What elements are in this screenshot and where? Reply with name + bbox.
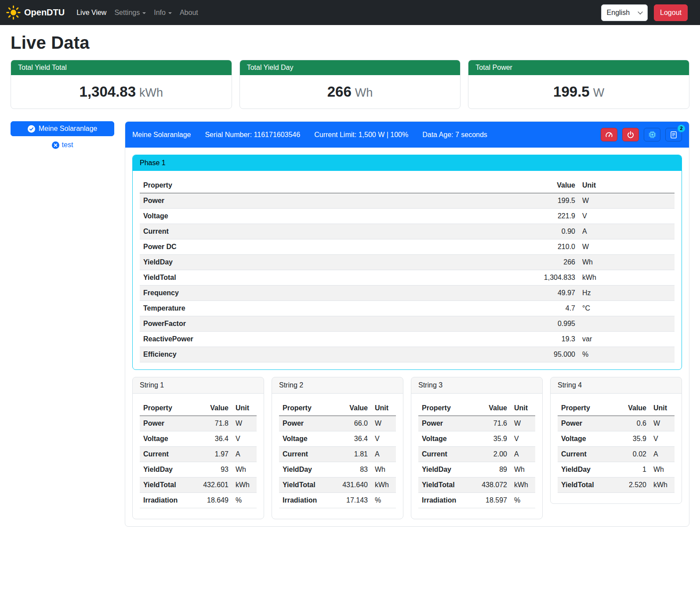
table-row: Power 71.6 W [418, 416, 535, 431]
value-cell: 1.97 [194, 447, 232, 462]
table-row: Current 2.00 A [418, 447, 535, 462]
table-row: Current 0.02 A [558, 447, 675, 462]
unit-cell: % [232, 493, 257, 508]
phase-card: Phase 1 Property Value Unit [132, 155, 682, 370]
unit-cell: V [650, 431, 675, 447]
check-circle-icon [28, 125, 35, 133]
power-toggle-button[interactable] [622, 128, 639, 141]
inverter-panel-body: Phase 1 Property Value Unit [125, 148, 689, 526]
table-row: Irradiation 18.597 % [418, 493, 535, 508]
string-1-card: String 1 Property Value Unit [132, 377, 264, 519]
table-row: Current 0.90 A [140, 224, 675, 239]
unit-cell: W [232, 416, 257, 431]
table-row: Power 66.0 W [279, 416, 396, 431]
string-card-header: String 4 [551, 377, 682, 394]
sidebar-item-test[interactable]: test [11, 141, 114, 149]
unit-cell: var [579, 332, 675, 347]
summary-cards-row: Total Yield Total 1,304.83kWh Total Yiel… [11, 60, 689, 109]
unit-cell [579, 316, 675, 332]
unit-cell: % [371, 493, 396, 508]
phase-table: Property Value Unit Power [140, 178, 675, 362]
table-row: YieldTotal 1,304.833 kWh [140, 270, 675, 286]
sun-icon [6, 5, 21, 20]
brand[interactable]: OpenDTU [6, 5, 65, 20]
table-row: YieldDay 89 Wh [418, 462, 535, 478]
value-cell: 266 [525, 255, 579, 270]
property-cell: YieldTotal [279, 478, 334, 493]
nav-about[interactable]: About [176, 5, 202, 20]
value-cell: 95.000 [525, 347, 579, 362]
value-cell: 35.9 [612, 431, 650, 447]
table-row: ReactivePower 19.3 var [140, 332, 675, 347]
unit-cell: W [579, 193, 675, 209]
property-cell: Power [418, 416, 473, 431]
property-cell: Power [558, 416, 612, 431]
unit-cell: Wh [371, 462, 396, 478]
value-cell: 4.7 [525, 301, 579, 316]
table-row: YieldDay 266 Wh [140, 255, 675, 270]
sidebar-item-meine-solaranlage[interactable]: Meine Solaranlage [11, 121, 114, 136]
logout-button[interactable]: Logout [654, 4, 688, 21]
navbar: OpenDTU Live View Settings Info About En… [0, 0, 700, 25]
column-header-unit: Unit [650, 401, 675, 416]
table-row: Voltage 35.9 V [558, 431, 675, 447]
unit-cell: V [579, 209, 675, 224]
value-cell: 0.02 [612, 447, 650, 462]
event-log-button[interactable]: 2 [665, 128, 682, 141]
string-4-table: Property Value Unit Power [558, 401, 675, 493]
property-cell: YieldTotal [558, 478, 612, 493]
table-header-row: Property Value Unit [279, 401, 396, 416]
language-select-value: English [607, 9, 630, 17]
nav-settings[interactable]: Settings [110, 5, 150, 20]
caret-down-icon [168, 12, 172, 14]
card-header: Total Power [468, 60, 689, 75]
unit-cell: % [579, 347, 675, 362]
caret-down-icon [142, 12, 146, 14]
language-select[interactable]: English [601, 4, 648, 21]
device-info-button[interactable] [644, 128, 660, 141]
string-card-body: Property Value Unit Power [551, 394, 682, 503]
property-cell: Voltage [140, 431, 194, 447]
card-total-power: Total Power 199.5W [468, 60, 689, 109]
nav-info[interactable]: Info [150, 5, 176, 20]
column-header-property: Property [418, 401, 473, 416]
table-row: Power 0.6 W [558, 416, 675, 431]
value-cell: 2.00 [473, 447, 511, 462]
unit-cell: °C [579, 301, 675, 316]
column-header-unit: Unit [511, 401, 535, 416]
limit-settings-button[interactable] [601, 128, 617, 141]
value-cell: 71.8 [194, 416, 232, 431]
table-row: YieldDay 93 Wh [140, 462, 257, 478]
property-cell: Power DC [140, 239, 525, 255]
unit-cell: kWh [371, 478, 396, 493]
column-header-value: Value [334, 401, 371, 416]
table-row: YieldDay 83 Wh [279, 462, 396, 478]
unit-cell: V [232, 431, 257, 447]
table-row: Voltage 35.9 V [418, 431, 535, 447]
unit-cell: % [511, 493, 535, 508]
value-cell: 199.5 [525, 193, 579, 209]
chevron-down-icon [638, 9, 642, 14]
value-cell: 0.90 [525, 224, 579, 239]
property-cell: Voltage [140, 209, 525, 224]
power-icon [627, 131, 635, 139]
property-cell: Irradiation [418, 493, 473, 508]
nav-live-view-label: Live View [76, 9, 106, 17]
total-power-value: 199.5 [553, 83, 590, 100]
card-header: Total Yield Total [11, 60, 232, 75]
property-cell: Current [140, 224, 525, 239]
value-cell: 71.6 [473, 416, 511, 431]
property-cell: Power [279, 416, 334, 431]
nav-live-view[interactable]: Live View [73, 5, 110, 20]
table-header-row: Property Value Unit [140, 178, 675, 193]
column-header-value: Value [473, 401, 511, 416]
table-row: Temperature 4.7 °C [140, 301, 675, 316]
column-header-value: Value [612, 401, 650, 416]
table-row: Frequency 49.97 Hz [140, 286, 675, 301]
cpu-chip-icon [648, 130, 656, 139]
inverter-sidebar: Meine Solaranlage test [11, 121, 114, 149]
inverter-serial: Serial Number: 116171603546 [205, 131, 300, 139]
total-yield-day-value: 266 [327, 83, 352, 100]
unit-cell: kWh [579, 270, 675, 286]
property-cell: Temperature [140, 301, 525, 316]
